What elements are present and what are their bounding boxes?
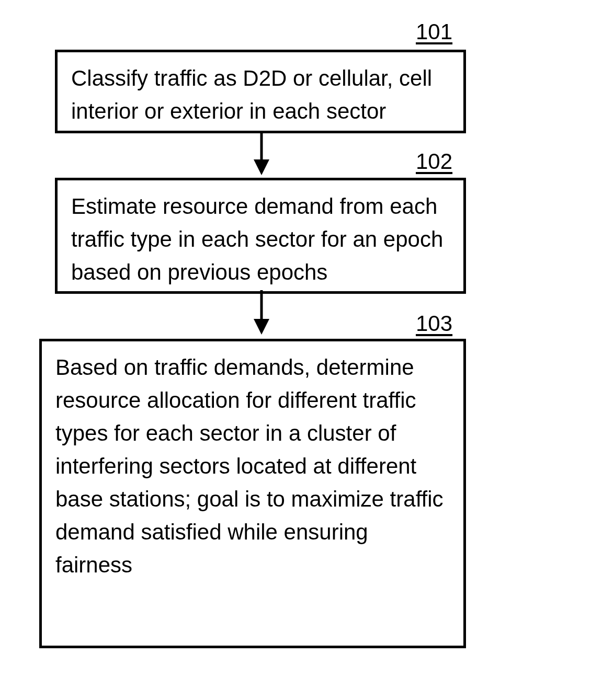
svg-marker-1 <box>254 159 269 175</box>
flowchart-canvas: 101 Classify traffic as D2D or cellular,… <box>0 0 591 700</box>
step-box-102: Estimate resource demand from each traff… <box>55 178 466 294</box>
step-box-103: Based on traffic demands, determine reso… <box>39 339 466 648</box>
step-box-101: Classify traffic as D2D or cellular, cel… <box>55 50 466 133</box>
arrow-102-to-103 <box>248 290 275 337</box>
step-box-101-text: Classify traffic as D2D or cellular, cel… <box>71 66 432 123</box>
step-box-103-text: Based on traffic demands, determine reso… <box>55 355 444 577</box>
step-label-101: 101 <box>416 21 452 43</box>
svg-marker-3 <box>254 319 269 335</box>
step-label-103: 103 <box>416 313 452 335</box>
step-label-102: 102 <box>416 151 452 173</box>
step-box-102-text: Estimate resource demand from each traff… <box>71 194 443 284</box>
arrow-101-to-102 <box>248 131 275 178</box>
